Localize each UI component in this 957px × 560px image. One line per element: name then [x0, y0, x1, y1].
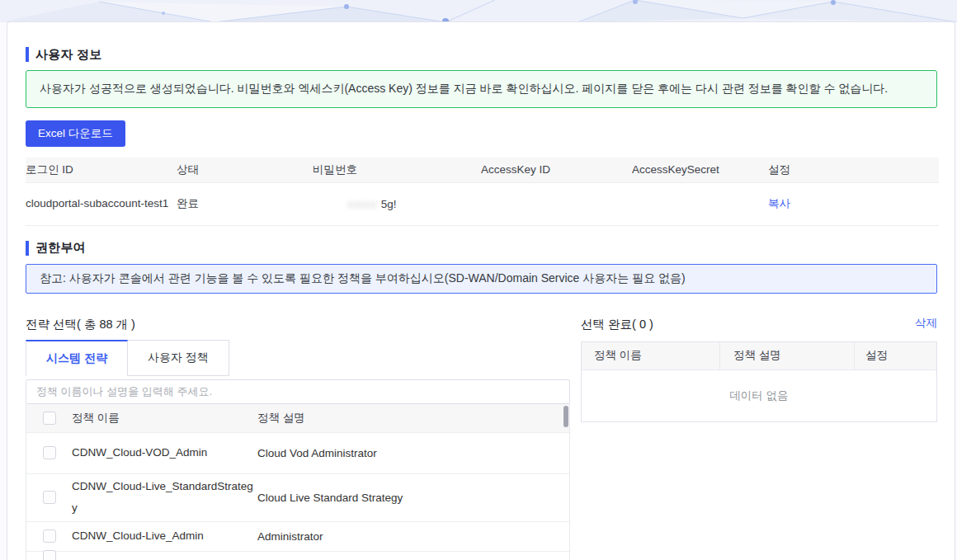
- policy-name: CDNW_Cloud-Live_Admin: [72, 525, 257, 547]
- policy-row: CDNW_Cloud-Live_Admin Administrator: [26, 522, 569, 552]
- password-visible-text: 5g!: [381, 198, 397, 210]
- col-accesskey-id: AccessKey ID: [481, 158, 632, 182]
- row-checkbox[interactable]: [43, 446, 56, 459]
- empty-state: 데이터 없음: [582, 370, 936, 421]
- policy-description: Administrator: [257, 530, 569, 543]
- policy-description: Cloud Vod Administrator: [257, 447, 569, 459]
- permission-note-text: 참고: 사용자가 콘솔에서 관련 기능을 볼 수 있도록 필요한 정책을 부여하…: [40, 271, 686, 286]
- policy-name: CDNW_Cloud-Live_StandardStrategy: [72, 476, 257, 518]
- col-settings: 설정: [768, 158, 939, 182]
- success-alert-text: 사용자가 성공적으로 생성되었습니다. 비밀번호와 엑세스키(Access Ke…: [40, 82, 888, 96]
- top-banner-pattern: [0, 0, 957, 22]
- policy-row: CDNW_Cloud-Live_StandardStrategy Cloud L…: [26, 474, 569, 522]
- row-checkbox[interactable]: [43, 550, 56, 560]
- selected-policies-panel: 선택 완료( 0 ) 삭제 정책 이름 정책 설명 설정 데이터 없음: [581, 317, 937, 560]
- col-accesskey-secret: AccessKeySecret: [632, 158, 768, 182]
- policy-row-partial: [26, 552, 569, 560]
- selected-table: 정책 이름 정책 설명 설정 데이터 없음: [581, 341, 937, 422]
- col-policy-description: 정책 설명: [720, 342, 855, 369]
- col-policy-name: 정책 이름: [72, 407, 257, 429]
- vertical-scrollbar-thumb[interactable]: [563, 406, 568, 427]
- content-card: 사용자 정보 사용자가 성공적으로 생성되었습니다. 비밀번호와 엑세스키(Ac…: [7, 21, 955, 560]
- user-table-header-row: 로그인 ID 상태 비밀번호 AccessKey ID AccessKeySec…: [26, 158, 939, 182]
- excel-download-button[interactable]: Excel 다운로드: [26, 120, 125, 147]
- row-checkbox[interactable]: [43, 491, 56, 504]
- col-password: 비밀번호: [313, 158, 481, 182]
- tab-user-policy[interactable]: 사용자 정책: [128, 340, 229, 376]
- success-alert: 사용자가 성공적으로 생성되었습니다. 비밀번호와 엑세스키(Access Ke…: [26, 70, 937, 108]
- col-status: 상태: [177, 158, 313, 182]
- login-id-cell: cloudportal-subaccount-test1: [26, 182, 177, 225]
- permission-section-title: 권한부여: [26, 240, 937, 256]
- select-all-checkbox[interactable]: [43, 412, 56, 425]
- delete-link[interactable]: 삭제: [915, 316, 937, 331]
- password-masked-text: ●●●●: [347, 198, 378, 210]
- policy-table: 정책 이름 정책 설명 CDNW_Cloud-VOD_Admin Cloud V…: [26, 404, 570, 560]
- password-cell: ●●●●5g!: [313, 182, 481, 225]
- page-section-heading: 권한부여: [35, 240, 86, 256]
- policy-search-input[interactable]: [26, 379, 570, 404]
- policy-row: CDNW_Cloud-VOD_Admin Cloud Vod Administr…: [26, 433, 569, 474]
- policy-description: Cloud Live Standard Strategy: [257, 492, 569, 504]
- accesskey-id-cell: [481, 182, 632, 225]
- col-login-id: 로그인 ID: [26, 158, 177, 182]
- policy-picker-panel: 전략 선택( 총 88 개 ) 시스템 전략 사용자 정책 정책 이름 정책 설…: [26, 317, 570, 560]
- status-cell: 완료: [177, 182, 313, 225]
- section-accent-bar: [26, 47, 29, 62]
- policy-picker-title: 전략 선택( 총 88 개 ): [26, 317, 570, 331]
- page-section-heading: 사용자 정보: [35, 47, 101, 63]
- col-settings: 설정: [855, 342, 936, 369]
- policy-name: CDNW_Cloud-VOD_Admin: [72, 442, 257, 464]
- accesskey-secret-cell: [632, 182, 768, 225]
- policy-table-header-row: 정책 이름 정책 설명: [26, 404, 569, 433]
- copy-link[interactable]: 복사: [768, 197, 790, 209]
- selected-table-header-row: 정책 이름 정책 설명 설정: [582, 342, 936, 370]
- user-table: 로그인 ID 상태 비밀번호 AccessKey ID AccessKeySec…: [26, 158, 939, 226]
- permission-note: 참고: 사용자가 콘솔에서 관련 기능을 볼 수 있도록 필요한 정책을 부여하…: [26, 264, 937, 294]
- col-policy-description: 정책 설명: [257, 411, 569, 426]
- user-table-row: cloudportal-subaccount-test1 완료 ●●●●5g! …: [26, 182, 939, 225]
- tab-system-policy[interactable]: 시스템 전략: [26, 340, 128, 376]
- section-accent-bar: [26, 241, 29, 256]
- user-info-section-title: 사용자 정보: [26, 46, 937, 63]
- polygon-mesh-decoration: [0, 0, 957, 22]
- col-policy-name: 정책 이름: [582, 342, 720, 369]
- policy-tabs: 시스템 전략 사용자 정책: [26, 340, 570, 376]
- selected-panel-title: 선택 완료( 0 ): [581, 317, 653, 331]
